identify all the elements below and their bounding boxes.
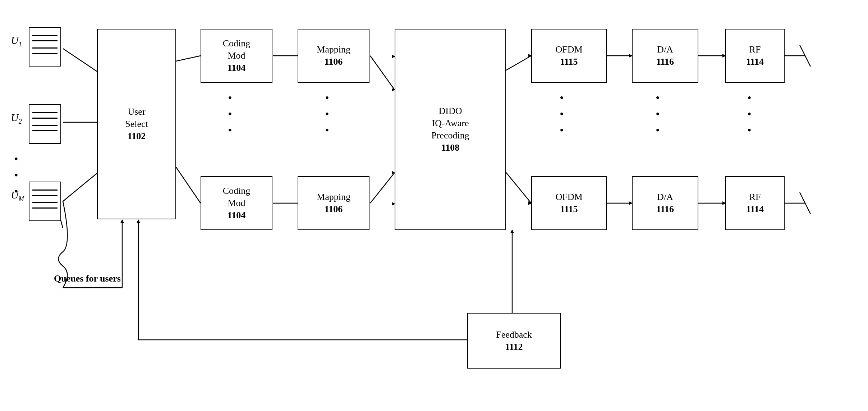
ofdm-top-block: OFDM 1115 xyxy=(531,29,607,83)
svg-marker-38 xyxy=(120,219,124,223)
user-select-num: 1102 xyxy=(128,130,146,142)
coding-mod-bot-label: CodingMod xyxy=(223,185,251,209)
diagram-container: U1 U2 UM ••• UserSelect 1102 CodingMod 1… xyxy=(0,0,868,411)
userM-doc-icon xyxy=(29,182,61,221)
user1-label: U1 xyxy=(11,34,22,48)
svg-marker-33 xyxy=(137,219,140,223)
da-bot-num: 1116 xyxy=(656,203,674,215)
svg-line-13 xyxy=(503,56,531,72)
ofdm-top-label: OFDM xyxy=(555,44,582,56)
rf-bot-label: RF xyxy=(749,191,761,203)
coding-mod-top-num: 1104 xyxy=(228,62,246,74)
mapping-bot-label: Mapping xyxy=(317,191,350,203)
rf-bot-num: 1114 xyxy=(746,203,764,215)
mapping-top-num: 1106 xyxy=(325,56,343,68)
user-select-block: UserSelect 1102 xyxy=(97,29,176,219)
user1-doc-icon xyxy=(29,27,61,67)
feedback-num: 1112 xyxy=(505,341,523,353)
dido-precoding-label: DIDOIQ-AwarePrecoding xyxy=(431,105,469,141)
ofdm-top-num: 1115 xyxy=(560,56,578,68)
queues-label: Queues for users xyxy=(54,273,121,284)
svg-line-2 xyxy=(63,173,98,201)
da-top-block: D/A 1116 xyxy=(632,29,698,83)
svg-line-15 xyxy=(503,169,531,203)
da-top-label: D/A xyxy=(657,44,673,56)
coding-dots: ••• xyxy=(228,90,232,138)
mapping-bot-block: Mapping 1106 xyxy=(298,176,369,230)
rf-top-label: RF xyxy=(749,44,761,56)
ofdm-dots: ••• xyxy=(560,90,564,138)
coding-mod-bot-num: 1104 xyxy=(228,209,246,222)
coding-mod-bot-block: CodingMod 1104 xyxy=(201,176,272,230)
mapping-top-label: Mapping xyxy=(317,44,350,56)
user-select-label: UserSelect xyxy=(125,106,148,130)
svg-line-9 xyxy=(370,173,395,203)
ofdm-bot-block: OFDM 1115 xyxy=(531,176,607,230)
user-dots: ••• xyxy=(14,151,18,199)
dido-precoding-num: 1108 xyxy=(441,142,460,154)
ofdm-bot-label: OFDM xyxy=(555,191,582,203)
rf-top-block: RF 1114 xyxy=(725,29,785,83)
feedback-block: Feedback 1112 xyxy=(467,313,561,369)
user2-label: U2 xyxy=(11,111,22,125)
rf-top-num: 1114 xyxy=(746,56,764,68)
mapping-top-block: Mapping 1106 xyxy=(298,29,369,83)
feedback-label: Feedback xyxy=(496,329,532,341)
da-dots: ••• xyxy=(656,90,660,138)
da-top-num: 1116 xyxy=(656,56,674,68)
da-bot-block: D/A 1116 xyxy=(632,176,698,230)
svg-line-0 xyxy=(63,49,98,72)
coding-mod-top-label: CodingMod xyxy=(223,37,251,62)
mapping-bot-num: 1106 xyxy=(325,203,343,215)
coding-mod-top-block: CodingMod 1104 xyxy=(201,29,272,83)
svg-line-3 xyxy=(176,56,201,61)
da-bot-label: D/A xyxy=(657,191,673,203)
ofdm-bot-num: 1115 xyxy=(560,203,578,215)
rf-bot-block: RF 1114 xyxy=(725,176,785,230)
user2-doc-icon xyxy=(29,104,61,144)
rf-dots: ••• xyxy=(748,90,751,138)
svg-line-7 xyxy=(370,56,395,90)
mapping-dots: ••• xyxy=(325,90,329,138)
svg-marker-30 xyxy=(510,229,514,233)
dido-precoding-block: DIDOIQ-AwarePrecoding 1108 xyxy=(395,29,506,230)
svg-line-4 xyxy=(176,167,201,203)
